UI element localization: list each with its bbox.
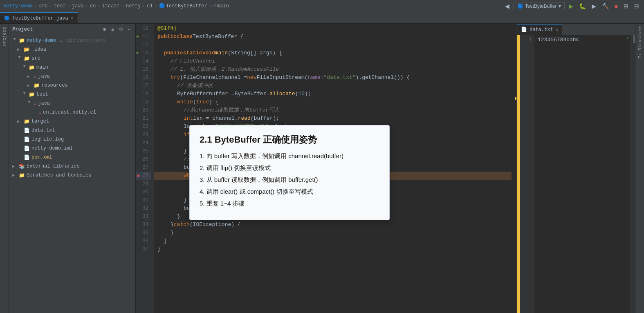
right-line-num-1: 1 xyxy=(520,36,534,44)
tree-main-label: main xyxy=(36,65,48,70)
test-folder-icon: 📁 xyxy=(29,92,35,98)
tree-arrow-icon: ▶ xyxy=(12,164,17,169)
tree-java-main-label: java xyxy=(38,74,50,79)
tooltip-item-3: 3. 从 buffer 读取数据，例如调用 buffer.get() xyxy=(200,176,379,184)
sidebar-title: Project xyxy=(12,27,33,32)
src-folder-icon: 📁 xyxy=(24,56,30,62)
line-num-34: 34 xyxy=(136,221,151,229)
tooltip-popup: 2.1 ByteBuffer 正确使用姿势 1. 向 buffer 写入数据，例… xyxy=(189,125,390,220)
breadcrumb: netty-demo › src › test › java › cn › it… xyxy=(3,3,229,9)
code-line-11: public class TestByteBuffer { xyxy=(154,33,512,41)
log-file-icon: 📄 xyxy=(24,136,30,143)
data-tab-icon: 📄 xyxy=(521,27,527,33)
tree-src-label: src xyxy=(31,56,40,61)
tree-java-test[interactable]: ▶ ☕ java xyxy=(9,99,135,108)
tree-data-txt-label: data.txt xyxy=(31,127,55,133)
ext-libs-icon: 📚 xyxy=(19,163,25,170)
sidebar-header-icons: ⊕ ≡ ⚙ − xyxy=(101,26,132,33)
line-num-36: 36 xyxy=(136,237,151,245)
tree-java-main[interactable]: ▶ ☕ java xyxy=(9,72,135,81)
tree-ext-libs-label: External Libraries xyxy=(27,163,80,169)
project-folder-icon: 📁 xyxy=(19,38,25,44)
top-bar: netty-demo › src › test › java › cn › it… xyxy=(0,0,644,12)
tree-log-file[interactable]: ▶ 📄 logFile.log xyxy=(9,135,135,144)
data-file-editor[interactable]: 1234567890abc xyxy=(534,35,630,313)
sidebar-settings-button[interactable]: ⚙ xyxy=(117,26,125,33)
tree-test[interactable]: ▶ 📁 test xyxy=(9,90,135,99)
tab-close-icon[interactable]: ✕ xyxy=(71,16,74,21)
project-panel-button[interactable]: Project xyxy=(1,24,8,49)
tree-test-label: test xyxy=(36,92,48,97)
navigate-back-button[interactable]: ◀ xyxy=(503,2,511,10)
tree-package[interactable]: ▶ ☕ cn.itcast.netty.c1 xyxy=(9,108,135,117)
iml-file-icon: 📄 xyxy=(24,145,30,152)
breadcrumb-project[interactable]: netty-demo xyxy=(3,3,33,9)
tab-bar: 🔵 TestByteBuffer.java ✕ xyxy=(0,12,644,24)
structure-panel-button[interactable]: Z: Structure xyxy=(637,24,643,61)
tree-src[interactable]: ▶ 📁 src xyxy=(9,54,135,63)
line-num-15: 15 xyxy=(136,65,151,74)
tooltip-item-2: 2. 调用 flip() 切换至读模式 xyxy=(200,164,379,172)
sidebar-minimize-button[interactable]: − xyxy=(126,26,132,33)
package-icon: ☕ xyxy=(38,110,41,116)
tab-main-label: TestByteBuffer.java xyxy=(12,16,68,21)
line-num-31: 31 xyxy=(136,196,151,204)
tree-arrow-icon: ▶ xyxy=(12,38,17,43)
run-config-button[interactable]: 🔵 TestByteBuffer ▾ xyxy=(514,2,565,10)
right-editor-panel: 📄 data.txt ✕ 1 1234567890abc ✓ xyxy=(516,24,635,313)
code-container[interactable]: ▶10 ▶11 12 ▶13 14 15 16 17 18 19 20 21 2… xyxy=(136,24,516,313)
tree-main[interactable]: ▶ 📁 main xyxy=(9,63,135,72)
tree-data-txt[interactable]: ▶ 📄 data.txt xyxy=(9,126,135,135)
tree-arrow-icon: ▶ xyxy=(17,56,22,61)
tree-arrow-icon: ▶ xyxy=(22,92,27,97)
sidebar-collapse-button[interactable]: ≡ xyxy=(110,26,115,33)
editor-area: ▶10 ▶11 12 ▶13 14 15 16 17 18 19 20 21 2… xyxy=(136,24,516,313)
tree-root[interactable]: ▶ 📁 netty-demo E:\git\netty-demo xyxy=(9,36,135,45)
main-folder-icon: 📁 xyxy=(29,65,35,71)
right-tab-bar: 📄 data.txt ✕ xyxy=(517,24,635,35)
tooltip-item-5: 5. 重复 1~4 步骤 xyxy=(200,200,379,208)
line-num-20: 20 xyxy=(136,106,151,114)
tree-scratches[interactable]: ▶ 📁 Scratches and Consoles xyxy=(9,171,135,180)
tree-iml-file[interactable]: ▶ 📄 netty-demo.iml xyxy=(9,144,135,153)
line-num-23: 23 xyxy=(136,131,151,139)
right-scrollbar[interactable]: ✓ xyxy=(630,35,635,313)
txt-file-icon: 📄 xyxy=(24,127,30,134)
line-num-32: 32 xyxy=(136,204,151,212)
tree-arrow-icon: ▶ xyxy=(27,74,32,79)
project-sidebar: Project ⊕ ≡ ⚙ − ▶ 📁 netty-demo E:\git\ne… xyxy=(9,24,136,313)
top-right-toolbar: ◀ 🔵 TestByteBuffer ▾ ▶ 🐛 ▶ 🔨 ■ ⊞ ⊟ xyxy=(503,2,641,10)
idea-folder-icon: 📂 xyxy=(24,47,30,53)
tree-external-libs[interactable]: ▶ 📚 External Libraries xyxy=(9,162,135,171)
line-num-24: 24 xyxy=(136,139,151,147)
line-num-19: 19 xyxy=(136,98,151,106)
line-num-25: 25 xyxy=(136,147,151,155)
layout-button[interactable]: ⊞ xyxy=(622,2,630,10)
tree-target[interactable]: ▶ 📁 target xyxy=(9,117,135,126)
sidebar-locate-button[interactable]: ⊕ xyxy=(101,26,108,33)
coverage-button[interactable]: ▶ xyxy=(590,2,598,10)
tree-pom-xml[interactable]: ▶ 📄 pom.xml xyxy=(9,153,135,162)
stop-button[interactable]: ■ xyxy=(613,2,619,10)
tree-root-path: E:\git\netty-demo xyxy=(59,38,105,43)
project-tree: ▶ 📁 netty-demo E:\git\netty-demo ▶ 📂 .id… xyxy=(9,35,135,313)
build-button[interactable]: 🔨 xyxy=(600,2,610,10)
code-line-15: // 1. 输入输出流，2. RandomAccessFile xyxy=(154,65,512,74)
run-button[interactable]: ▶ xyxy=(567,2,575,10)
tree-pom-label: pom.xml xyxy=(31,154,52,160)
code-line-37: } xyxy=(154,245,512,253)
main-content: Project Project ⊕ ≡ ⚙ − ▶ 📁 netty-demo E… xyxy=(0,24,644,313)
tooltip-title: 2.1 ByteBuffer 正确使用姿势 xyxy=(200,134,379,146)
line-num-33: 33 xyxy=(136,212,151,221)
tab-main-java[interactable]: 🔵 TestByteBuffer.java ✕ xyxy=(0,12,78,23)
editor-scrollbar[interactable] xyxy=(512,24,516,313)
tree-resources[interactable]: ▶ 📁 resources xyxy=(9,81,135,90)
tab-data-txt[interactable]: 📄 data.txt ✕ xyxy=(517,24,562,35)
data-file-content: 1 1234567890abc ✓ xyxy=(517,35,635,313)
tree-idea[interactable]: ▶ 📂 .idea xyxy=(9,45,135,54)
data-tab-close[interactable]: ✕ xyxy=(556,27,559,32)
line-num-21: 21 xyxy=(136,114,151,123)
restore-button[interactable]: ⊟ xyxy=(633,2,641,10)
tree-arrow-icon: ▶ xyxy=(22,65,27,70)
debug-button[interactable]: 🐛 xyxy=(577,2,588,10)
